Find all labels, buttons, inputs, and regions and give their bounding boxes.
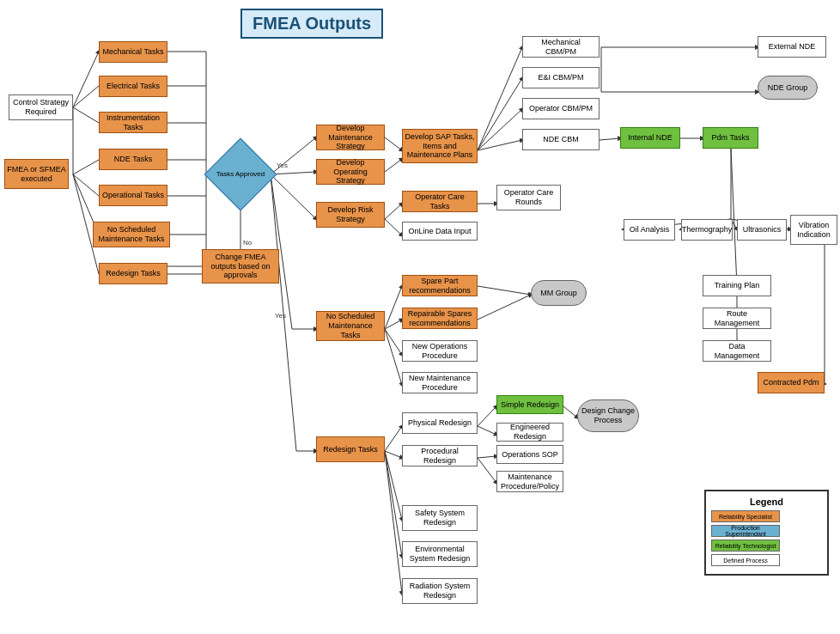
develop-sap-box: Develop SAP Tasks, Items and Maintenance… — [402, 129, 478, 163]
svg-line-56 — [478, 295, 531, 320]
safety-system-box: Safety System Redesign — [402, 505, 478, 531]
legend-color-technologist: Reliability Technologist — [711, 540, 780, 552]
internal-nde-box: Internal NDE — [620, 127, 680, 149]
svg-line-30 — [478, 78, 522, 150]
legend-box: Legend Reliability Specialist Production… — [704, 490, 829, 576]
contracted-pdm-box: Contracted Pdm — [758, 372, 825, 393]
environmental-system-box: Environmental System Redesign — [402, 541, 478, 567]
svg-line-55 — [478, 286, 531, 295]
svg-line-60 — [385, 451, 402, 458]
svg-line-54 — [385, 329, 402, 385]
svg-line-31 — [478, 109, 522, 150]
training-plan-box: Training Plan — [703, 275, 771, 296]
redesign-tasks-mid-box: Redesign Tasks — [316, 436, 385, 462]
svg-line-66 — [563, 406, 577, 418]
operator-cbm-box: Operator CBM/PM — [522, 98, 600, 119]
electrical-tasks-box: Electrical Tasks — [99, 76, 167, 97]
svg-line-59 — [385, 426, 402, 451]
svg-line-65 — [478, 426, 496, 435]
page-title: FMEA Outputs — [240, 9, 383, 39]
operator-care-tasks-box: Operator Care Tasks — [402, 191, 478, 212]
svg-line-24 — [385, 137, 402, 150]
develop-operating-box: Develop Operating Strategy — [316, 159, 385, 185]
svg-line-25 — [385, 159, 402, 172]
svg-line-51 — [385, 286, 402, 329]
svg-line-27 — [385, 219, 402, 235]
legend-item-reliability: Reliability Specialist — [711, 510, 822, 522]
svg-line-33 — [600, 138, 620, 140]
oil-analysis-box: Oil Analysis — [624, 219, 675, 241]
svg-line-32 — [478, 140, 522, 150]
svg-text:Yes: Yes — [275, 312, 286, 320]
fmea-executed-box: FMEA or SFMEA executed — [4, 159, 69, 189]
redesign-tasks-left-box: Redesign Tasks — [99, 263, 167, 284]
svg-text:No: No — [243, 239, 253, 247]
no-scheduled-tasks-box: No Scheduled Maintenance Tasks — [93, 222, 170, 247]
svg-line-19 — [271, 174, 316, 219]
new-maintenance-proc-box: New Maintenance Procedure — [402, 372, 478, 393]
develop-maintenance-box: Develop Maintenance Strategy — [316, 125, 385, 150]
mechanical-tasks-box: Mechanical Tasks — [99, 41, 167, 63]
spare-part-box: Spare Part recommendations — [402, 275, 478, 296]
design-change-box: Design Change Process — [577, 399, 639, 432]
legend-item-technologist: Reliability Technologist — [711, 540, 822, 552]
svg-line-18 — [271, 172, 316, 174]
svg-line-0 — [73, 52, 99, 107]
route-management-box: Route Management — [703, 308, 771, 329]
svg-line-4 — [73, 174, 99, 196]
svg-line-1 — [73, 86, 99, 107]
simple-redesign-box: Simple Redesign — [496, 395, 563, 414]
external-nde-box: External NDE — [758, 36, 826, 58]
vibration-indication-box: Vibration Indication — [790, 215, 837, 245]
legend-color-defined: Defined Process — [711, 554, 780, 566]
nde-cbm-box: NDE CBM — [522, 129, 600, 150]
svg-line-64 — [478, 406, 496, 426]
svg-line-2 — [73, 107, 99, 123]
operator-care-rounds-box: Operator Care Rounds — [496, 185, 561, 210]
change-fmea-box: Change FMEA outputs based on approvals — [202, 249, 279, 283]
no-scheduled-mid-box: No Scheduled Maintenance Tasks — [316, 311, 385, 341]
pdm-tasks-box: Pdm Tasks — [703, 127, 758, 149]
legend-item-production: Production Superintendant — [711, 525, 822, 537]
legend-color-production: Production Superintendant — [711, 525, 780, 537]
svg-text:Yes: Yes — [277, 162, 288, 169]
legend-color-reliability: Reliability Specialist — [711, 510, 780, 522]
mm-group-box: MM Group — [531, 280, 587, 306]
ei-cbm-box: E&I CBM/PM — [522, 67, 600, 88]
svg-line-26 — [385, 204, 402, 219]
nde-tasks-box: NDE Tasks — [99, 149, 167, 170]
maintenance-procedure-box: Maintenance Procedure/Policy — [496, 471, 563, 492]
radiation-system-box: Radiation System Redesign — [402, 578, 478, 604]
svg-line-62 — [385, 451, 402, 557]
svg-line-68 — [478, 458, 496, 483]
svg-line-57 — [271, 174, 296, 451]
procedural-redesign-box: Procedural Redesign — [402, 445, 478, 466]
operational-tasks-box: Operational Tasks — [99, 185, 167, 206]
legend-item-defined: Defined Process — [711, 554, 822, 566]
instrumentation-tasks-box: Instrumentation Tasks — [99, 112, 167, 133]
physical-redesign-box: Physical Redesign — [402, 412, 478, 434]
new-operations-proc-box: New Operations Procedure — [402, 340, 478, 362]
thermography-box: Thermography — [681, 219, 733, 241]
develop-risk-box: Develop Risk Strategy — [316, 202, 385, 228]
svg-line-40 — [731, 149, 737, 286]
repairable-spares-box: Repairable Spares recommendations — [402, 308, 478, 329]
svg-line-53 — [385, 329, 402, 355]
svg-line-67 — [478, 456, 496, 458]
ultrasonics-box: Ultrasonics — [737, 219, 787, 241]
engineered-redesign-box: Engineered Redesign — [496, 423, 563, 442]
svg-line-61 — [385, 451, 402, 520]
operations-sop-box: Operations SOP — [496, 445, 563, 464]
control-strategy-box: Control Strategy Required — [9, 94, 73, 120]
legend-title: Legend — [711, 497, 822, 507]
data-management-box: Data Management — [703, 340, 771, 362]
svg-line-63 — [385, 451, 402, 594]
mechanical-cbm-box: Mechanical CBM/PM — [522, 36, 600, 58]
svg-line-3 — [73, 160, 99, 174]
svg-line-29 — [478, 47, 522, 150]
svg-line-52 — [385, 320, 402, 329]
online-data-box: OnLine Data Input — [402, 222, 478, 241]
tasks-approved-diamond: Tasks Approved — [210, 144, 271, 204]
nde-group-box: NDE Group — [758, 76, 818, 100]
svg-line-17 — [271, 137, 316, 174]
